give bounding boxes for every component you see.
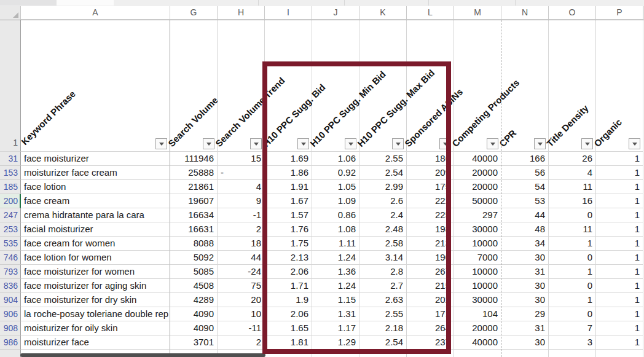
- cell-cpr[interactable]: 53: [501, 194, 549, 208]
- cell-search-volume-trend[interactable]: -1: [218, 208, 265, 222]
- cell-title-density[interactable]: 4: [549, 166, 596, 180]
- cell-competing-products[interactable]: 10000: [454, 279, 501, 293]
- filter-button-keyword-phrase[interactable]: [155, 138, 167, 149]
- cell-cpr[interactable]: 30: [501, 251, 549, 265]
- cell-competing-products[interactable]: 104: [454, 307, 501, 321]
- header-cell-organic[interactable]: Organic: [596, 20, 643, 152]
- row-number-746[interactable]: 746: [0, 251, 21, 265]
- column-header-k[interactable]: K: [359, 6, 407, 20]
- cell-search-volume-trend[interactable]: -: [218, 166, 265, 180]
- column-header-p[interactable]: P: [596, 6, 643, 20]
- row-number-904[interactable]: 904: [0, 293, 21, 307]
- cell-competing-products[interactable]: 297: [454, 208, 501, 222]
- cell-organic[interactable]: 1: [596, 194, 643, 208]
- cell-cpr[interactable]: 31: [501, 265, 549, 279]
- cell-competing-products[interactable]: 20000: [454, 166, 501, 180]
- cell-keyword-phrase[interactable]: face moisturizer for dry skin: [21, 293, 170, 307]
- cell-competing-products[interactable]: 10000: [454, 265, 501, 279]
- row-number-185[interactable]: 185: [0, 180, 21, 194]
- cell-search-volume[interactable]: 4090: [170, 307, 218, 321]
- cell-search-volume-trend[interactable]: 75: [218, 279, 265, 293]
- row-number-253[interactable]: 253: [0, 222, 21, 237]
- row-number-906[interactable]: 906: [0, 307, 21, 321]
- header-cell-search-volume[interactable]: Search Volume: [170, 20, 218, 152]
- cell-title-density[interactable]: 16: [549, 194, 596, 208]
- column-header-l[interactable]: L: [407, 6, 454, 20]
- row-number-836[interactable]: 836: [0, 279, 21, 293]
- cell-keyword-phrase[interactable]: la roche-posay toleriane double rep: [21, 307, 170, 321]
- cell-title-density[interactable]: 1: [549, 237, 596, 251]
- cell-search-volume[interactable]: 4508: [170, 279, 218, 293]
- cell-organic[interactable]: 1: [596, 166, 643, 180]
- column-header-g[interactable]: G: [170, 6, 218, 20]
- cell-keyword-phrase[interactable]: face cream for women: [21, 237, 170, 251]
- cell-organic[interactable]: 1: [596, 265, 643, 279]
- row-number-793[interactable]: 793: [0, 265, 21, 279]
- cell-search-volume-trend[interactable]: 4: [218, 180, 265, 194]
- cell-search-volume[interactable]: 4090: [170, 321, 218, 335]
- empty-cell[interactable]: [501, 350, 549, 357]
- cell-cpr[interactable]: 30: [501, 293, 549, 307]
- filter-button-title-density[interactable]: [581, 138, 593, 149]
- cell-search-volume-trend[interactable]: 2: [218, 335, 265, 350]
- filter-button-organic[interactable]: [629, 138, 640, 149]
- cell-keyword-phrase[interactable]: face moisturizer: [21, 152, 170, 166]
- header-cell-title-density[interactable]: Title Density: [549, 20, 596, 152]
- filter-button-search-volume-trend[interactable]: [250, 138, 262, 149]
- filter-button-search-volume[interactable]: [203, 138, 214, 149]
- column-header-o[interactable]: O: [549, 6, 596, 20]
- cell-keyword-phrase[interactable]: moisturizer for oily skin: [21, 321, 170, 335]
- cell-competing-products[interactable]: 10000: [454, 237, 501, 251]
- cell-title-density[interactable]: 11: [549, 180, 596, 194]
- column-header-i[interactable]: I: [265, 6, 312, 20]
- cell-search-volume-trend[interactable]: -24: [218, 265, 265, 279]
- cell-title-density[interactable]: 0: [549, 279, 596, 293]
- cell-search-volume[interactable]: 5085: [170, 265, 218, 279]
- row-number-247[interactable]: 247: [0, 208, 21, 222]
- cell-competing-products[interactable]: 20000: [454, 321, 501, 335]
- cell-organic[interactable]: 1: [596, 279, 643, 293]
- cell-cpr[interactable]: 29: [501, 307, 549, 321]
- cell-organic[interactable]: 1: [596, 321, 643, 335]
- header-cell-keyword-phrase[interactable]: Keyword Phrase: [21, 20, 170, 152]
- empty-cell[interactable]: [596, 350, 643, 357]
- cell-competing-products[interactable]: 40000: [454, 152, 501, 166]
- cell-title-density[interactable]: 11: [549, 222, 596, 237]
- cell-keyword-phrase[interactable]: face moisturizer for aging skin: [21, 279, 170, 293]
- cell-competing-products[interactable]: 7000: [454, 251, 501, 265]
- empty-cell[interactable]: [454, 350, 501, 357]
- cell-cpr[interactable]: 166: [501, 152, 549, 166]
- row-number-next[interactable]: [0, 350, 21, 357]
- cell-keyword-phrase[interactable]: moisturizer face cream: [21, 166, 170, 180]
- cell-organic[interactable]: 1: [596, 208, 643, 222]
- cell-organic[interactable]: 1: [596, 180, 643, 194]
- cell-cpr[interactable]: 30: [501, 279, 549, 293]
- cell-competing-products[interactable]: 30000: [454, 222, 501, 237]
- cell-title-density[interactable]: 3: [549, 335, 596, 350]
- cell-title-density[interactable]: 7: [549, 321, 596, 335]
- cell-organic[interactable]: 1: [596, 222, 643, 237]
- cell-search-volume-trend[interactable]: 15: [218, 152, 265, 166]
- cell-organic[interactable]: 1: [596, 335, 643, 350]
- column-header-n[interactable]: N: [501, 6, 549, 20]
- row-number-908[interactable]: 908: [0, 321, 21, 335]
- cell-title-density[interactable]: 1: [549, 265, 596, 279]
- cell-cpr[interactable]: 34: [501, 237, 549, 251]
- cell-cpr[interactable]: 48: [501, 222, 549, 237]
- cell-keyword-phrase[interactable]: facial moisturizer: [21, 222, 170, 237]
- empty-cell[interactable]: [549, 350, 596, 357]
- cell-cpr[interactable]: 56: [501, 166, 549, 180]
- cell-search-volume[interactable]: 19607: [170, 194, 218, 208]
- cell-title-density[interactable]: 0: [549, 307, 596, 321]
- cell-competing-products[interactable]: 50000: [454, 194, 501, 208]
- column-header-a[interactable]: A: [21, 6, 170, 20]
- cell-search-volume-trend[interactable]: -11: [218, 321, 265, 335]
- cell-keyword-phrase[interactable]: face lotion for women: [21, 251, 170, 265]
- filter-button-competing-products[interactable]: [487, 138, 498, 149]
- cell-search-volume-trend[interactable]: 2: [218, 222, 265, 237]
- cell-organic[interactable]: 1: [596, 293, 643, 307]
- cell-competing-products[interactable]: 30000: [454, 293, 501, 307]
- header-cell-search-volume-trend[interactable]: Search Volume Trend: [218, 20, 265, 152]
- cell-organic[interactable]: 1: [596, 237, 643, 251]
- cell-search-volume[interactable]: 16631: [170, 222, 218, 237]
